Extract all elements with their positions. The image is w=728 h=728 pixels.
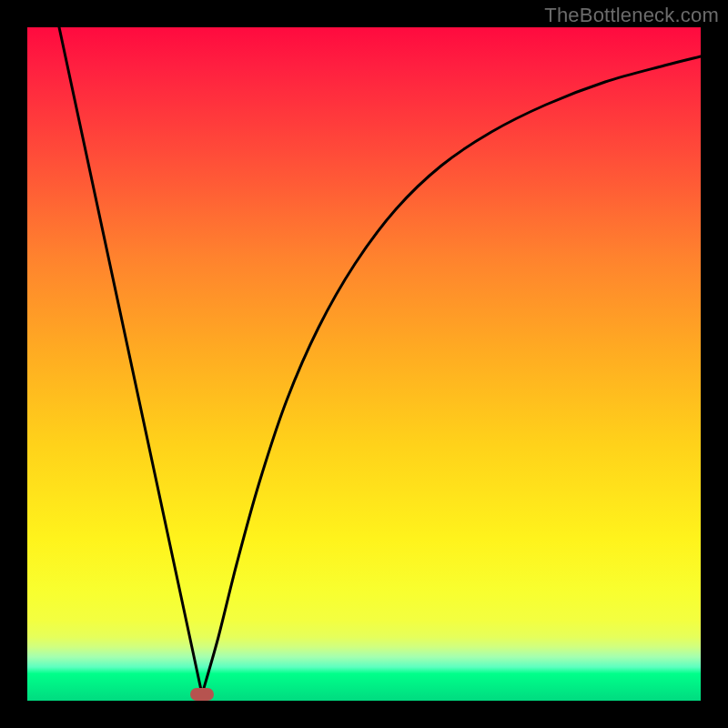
- vertex-marker: [190, 688, 214, 701]
- bottleneck-curve: [27, 27, 701, 701]
- plot-area: [27, 27, 701, 701]
- curve-path: [59, 27, 701, 694]
- watermark-text: TheBottleneck.com: [544, 4, 719, 27]
- chart-frame: TheBottleneck.com: [0, 0, 728, 728]
